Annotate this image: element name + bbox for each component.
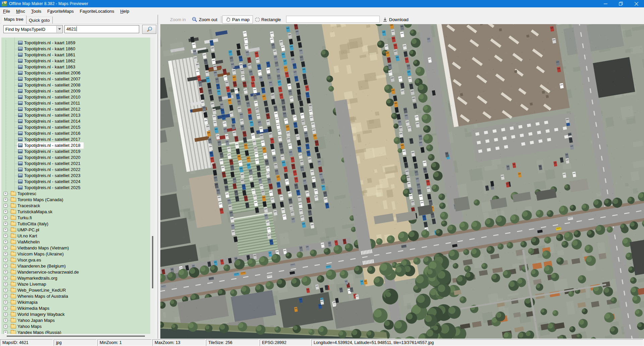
expand-plus-icon[interactable]: + — [4, 258, 7, 262]
tree-item[interactable]: Topotijdreis.nl - satelliet 2012 — [1, 106, 150, 112]
tree-folder[interactable]: +Waymarkedtrails.org — [1, 275, 150, 281]
tab-quick-goto[interactable]: Quick goto — [26, 16, 53, 24]
tree-item[interactable]: Topotijdreis.nl - kaart 1862 — [1, 58, 150, 64]
expand-plus-icon[interactable]: + — [4, 234, 7, 238]
expand-plus-icon[interactable]: + — [4, 210, 7, 214]
expand-plus-icon[interactable]: + — [4, 312, 7, 316]
tree-vertical-scrollbar[interactable] — [150, 38, 155, 334]
menu-item-favoritemaps[interactable]: FavoriteMaps — [44, 8, 77, 14]
tree-folder[interactable]: +Yandex Maps (Russia) — [1, 330, 150, 334]
tree-item[interactable]: Topotijdreis.nl - kaart 1863 — [1, 64, 150, 70]
zoom-out-button[interactable]: Zoom out — [192, 15, 217, 24]
expand-plus-icon[interactable]: + — [4, 331, 7, 334]
tree-item[interactable]: Topotijdreis.nl - satelliet 2025 — [1, 185, 150, 191]
expand-plus-icon[interactable]: + — [4, 306, 7, 310]
find-mode-combobox[interactable]: Find by MapsTypeID — [3, 25, 63, 33]
tree-folder[interactable]: +Visor.gva.es — [1, 257, 150, 263]
expand-plus-icon[interactable]: + — [4, 325, 7, 328]
maps-tree[interactable]: Topotijdreis.nl - kaart 1859Topotijdreis… — [1, 38, 150, 334]
tree-item[interactable]: Topotijdreis.nl - satelliet 2019 — [1, 149, 150, 155]
tree-folder[interactable]: +Vietbando Maps (Vietnam) — [1, 245, 150, 251]
expand-plus-icon[interactable]: + — [4, 276, 7, 280]
expand-plus-icon[interactable]: + — [4, 264, 7, 268]
tree-folder[interactable]: +UMP-PC.pl — [1, 227, 150, 233]
tree-folder[interactable]: +Yahoo Maps — [1, 324, 150, 330]
tree-item[interactable]: Topotijdreis.nl - satelliet 2007 — [1, 76, 150, 82]
menu-item-tools[interactable]: Tools — [28, 8, 44, 14]
expand-plus-icon[interactable]: + — [4, 228, 7, 232]
tree-folder[interactable]: +TuttoCitta (Italy) — [1, 221, 150, 227]
tree-folder[interactable]: +Visicom Maps (Ukraine) — [1, 251, 150, 257]
tree-horizontal-scrollbar[interactable] — [1, 334, 155, 338]
tree-item[interactable]: Topotijdreis.nl - satelliet 2018 — [1, 142, 150, 149]
tree-folder[interactable]: +Vlaanderen.be (Belgium) — [1, 263, 150, 269]
tree-folder[interactable]: +World Imagery Wayback — [1, 311, 150, 318]
tree-folder[interactable]: +Wanderservice-schwarzwald.de — [1, 269, 150, 275]
expand-plus-icon[interactable]: + — [4, 222, 7, 226]
tree-item[interactable]: Topotijdreis.nl - satelliet 2023 — [1, 173, 150, 179]
tree-folder[interactable]: +Topotresc — [1, 191, 150, 197]
tree-folder[interactable]: +Yahoo Japan Maps — [1, 318, 150, 324]
toolbar-text-input[interactable] — [286, 16, 380, 23]
tree-item[interactable]: Topotijdreis.nl - satelliet 2015 — [1, 124, 150, 130]
download-button[interactable]: Download — [383, 15, 409, 24]
combo-dropdown-button[interactable] — [56, 26, 62, 33]
tree-item[interactable]: Topotijdreis.nl - satelliet 2016 — [1, 130, 150, 136]
tree-item[interactable]: Topotijdreis.nl - satelliet 2022 — [1, 167, 150, 173]
menu-item-misc[interactable]: Misc — [13, 8, 28, 14]
tree-folder[interactable]: +Wikimapia — [1, 299, 150, 305]
tree-item[interactable]: Topotijdreis.nl - satelliet 2010 — [1, 94, 150, 100]
scrollbar-thumb[interactable] — [152, 236, 153, 288]
tree-folder[interactable]: +Whereis Maps of Australia — [1, 293, 150, 299]
tree-item[interactable]: Topotijdreis.nl - kaart 1861 — [1, 52, 150, 58]
tree-item[interactable]: Topotijdreis.nl - satelliet 2024 — [1, 179, 150, 185]
pan-map-button[interactable]: Pan map — [222, 15, 253, 23]
title-bar[interactable]: Offline Map Maker 8.382 - Maps Previewer — [0, 0, 644, 7]
expand-plus-icon[interactable]: + — [4, 252, 7, 256]
expand-plus-icon[interactable]: + — [4, 294, 7, 298]
expand-plus-icon[interactable]: + — [4, 270, 7, 274]
zoom-in-button[interactable]: Zoom in — [170, 15, 186, 24]
menu-item-favoritelocations[interactable]: FavoriteLocations — [77, 8, 117, 14]
expand-plus-icon[interactable]: + — [4, 240, 7, 244]
search-button[interactable] — [142, 25, 156, 34]
tree-item[interactable]: Topotijdreis.nl - satelliet 2006 — [1, 70, 150, 76]
tree-item[interactable]: Topotijdreis.nl - satelliet 2020 — [1, 155, 150, 161]
tree-folder[interactable]: +TuristickaMapa.sk — [1, 209, 150, 215]
expand-plus-icon[interactable]: + — [4, 216, 7, 220]
tree-folder[interactable]: +Wikimedia Maps — [1, 305, 150, 311]
tree-item[interactable]: Topotijdreis.nl - satelliet 2017 — [1, 136, 150, 142]
tree-item[interactable]: Topotijdreis.nl - satelliet 2009 — [1, 88, 150, 94]
expand-plus-icon[interactable]: + — [4, 204, 7, 208]
tree-item[interactable]: Topotijdreis.nl - satelliet 2014 — [1, 118, 150, 124]
expand-plus-icon[interactable]: + — [4, 246, 7, 250]
expand-plus-icon[interactable]: + — [4, 282, 7, 286]
tree-item[interactable]: Topotijdreis.nl - kaart 1860 — [1, 46, 150, 52]
tree-folder[interactable]: +Web_PowerLine_KedUR — [1, 287, 150, 293]
expand-plus-icon[interactable]: + — [4, 319, 7, 322]
tree-folder[interactable]: +Ut.no Kart — [1, 233, 150, 239]
expand-plus-icon[interactable]: + — [4, 192, 7, 195]
tree-folder[interactable]: +Waze Livemap — [1, 281, 150, 287]
menu-item-file[interactable]: File — [0, 8, 13, 14]
tab-maps-tree[interactable]: Maps tree — [1, 15, 26, 24]
map-viewport[interactable] — [160, 24, 644, 339]
rectangle-select-button[interactable]: Rectangle — [255, 15, 281, 24]
minimize-button[interactable] — [598, 0, 613, 7]
tree-item[interactable]: Topotijdreis.nl - kaart 1859 — [1, 40, 150, 46]
close-button[interactable] — [629, 0, 644, 7]
tree-folder[interactable]: +Tracestrack — [1, 203, 150, 209]
menu-item-help[interactable]: Help — [117, 8, 132, 14]
panel-divider[interactable] — [158, 15, 158, 339]
tree-folder[interactable]: +Turku.fi — [1, 215, 150, 221]
tree-item[interactable]: Topotijdreis.nl - satelliet 2021 — [1, 161, 150, 167]
tree-item[interactable]: Topotijdreis.nl - satelliet 2011 — [1, 100, 150, 106]
tree-item[interactable]: Topotijdreis.nl - satelliet 2008 — [1, 82, 150, 88]
expand-plus-icon[interactable]: + — [4, 198, 7, 201]
scrollbar-thumb[interactable] — [7, 336, 145, 337]
tree-item[interactable]: Topotijdreis.nl - satelliet 2013 — [1, 112, 150, 118]
expand-plus-icon[interactable]: + — [4, 300, 7, 304]
search-input[interactable]: 4621 — [64, 25, 139, 33]
restore-button[interactable] — [613, 0, 629, 7]
tree-folder[interactable]: +ViaMichelin — [1, 239, 150, 245]
